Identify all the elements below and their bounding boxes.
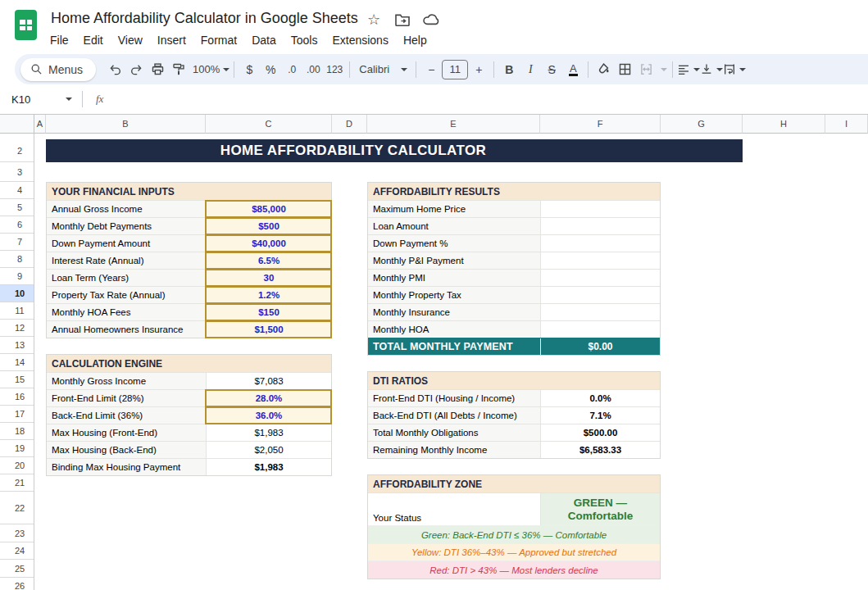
column-header-c[interactable]: C [206, 115, 332, 134]
result-value-cell[interactable] [540, 201, 660, 217]
result-label-cell[interactable]: Monthly HOA [368, 321, 540, 338]
input-value-cell[interactable]: 6.5% [206, 252, 331, 269]
input-value-cell[interactable]: 30 [206, 270, 331, 286]
input-label-cell[interactable]: Loan Term (Years) [47, 270, 206, 286]
cloud-status-icon[interactable] [423, 11, 439, 28]
merge-cells-icon[interactable] [635, 59, 657, 80]
dti-label-cell[interactable]: Total Monthly Obligations [368, 424, 540, 441]
input-label-cell[interactable]: Interest Rate (Annual) [47, 252, 206, 269]
more-formats-button[interactable]: 123 [324, 59, 345, 80]
sheets-logo-icon[interactable] [15, 10, 37, 40]
legend-yellow-cell[interactable]: Yellow: DTI 36%–43% — Approved but stret… [368, 543, 660, 560]
total-monthly-payment-value-cell[interactable]: $0.00 [540, 338, 660, 355]
results-header-cell[interactable]: AFFORDABILITY RESULTS [368, 183, 660, 200]
dti-header-cell[interactable]: DTI RATIOS [368, 372, 660, 389]
zone-header-cell[interactable]: AFFORDABILITY ZONE [368, 475, 660, 492]
input-value-cell[interactable]: $85,000 [206, 201, 331, 217]
calc-label-cell[interactable]: Max Housing (Back-End) [47, 442, 206, 458]
column-header-i[interactable]: I [825, 115, 868, 134]
column-header-d[interactable]: D [332, 115, 367, 134]
result-label-cell[interactable]: Maximum Home Price [368, 201, 540, 217]
result-label-cell[interactable]: Monthly PMI [368, 270, 540, 286]
print-icon[interactable] [147, 59, 168, 80]
input-value-cell[interactable]: $40,000 [206, 235, 331, 252]
menu-insert[interactable]: Insert [150, 34, 193, 47]
undo-icon[interactable] [104, 59, 125, 80]
input-value-cell[interactable]: $150 [206, 304, 331, 320]
formula-input[interactable] [103, 84, 868, 114]
menus-search-button[interactable]: Menus [20, 58, 96, 81]
result-value-cell[interactable] [540, 270, 660, 286]
calc-value-cell[interactable]: $2,050 [206, 442, 331, 458]
zoom-select[interactable]: 100% [193, 59, 229, 80]
dti-value-cell[interactable]: 7.1% [540, 407, 660, 424]
dti-value-cell[interactable]: 0.0% [540, 390, 660, 406]
bold-button[interactable]: B [498, 59, 520, 80]
input-label-cell[interactable]: Annual Gross Income [47, 201, 206, 217]
calc-label-cell[interactable]: Back-End Limit (36%) [47, 407, 206, 424]
menu-extensions[interactable]: Extensions [325, 34, 395, 47]
document-title[interactable]: Home Affordability Calculator in Google … [51, 10, 358, 27]
banner-cell[interactable]: HOME AFFORDABILITY CALCULATOR [46, 139, 743, 162]
vertical-align-icon[interactable] [700, 59, 723, 80]
dti-value-cell[interactable]: $500.00 [540, 424, 660, 441]
dti-value-cell[interactable]: $6,583.33 [540, 442, 660, 458]
calc-value-cell[interactable]: $1,983 [206, 424, 331, 441]
calc-label-cell[interactable]: Binding Max Housing Payment [47, 459, 206, 475]
calc-label-cell[interactable]: Front-End Limit (28%) [47, 390, 206, 406]
paint-format-icon[interactable] [168, 59, 189, 80]
result-value-cell[interactable] [540, 235, 660, 252]
status-value-cell[interactable]: GREEN — Comfortable [540, 493, 660, 525]
increase-decimal-button[interactable]: .00 [302, 59, 324, 80]
status-label-cell[interactable]: Your Status [368, 493, 540, 525]
text-color-button[interactable]: A [562, 59, 584, 80]
column-header-a[interactable]: A [34, 115, 46, 134]
result-value-cell[interactable] [540, 218, 660, 234]
input-value-cell[interactable]: 1.2% [206, 287, 331, 303]
calc-value-cell[interactable]: $7,083 [206, 373, 331, 389]
fill-color-icon[interactable] [593, 59, 614, 80]
input-label-cell[interactable]: Annual Homeowners Insurance [47, 321, 206, 338]
input-value-cell[interactable]: $1,500 [206, 321, 331, 338]
calc-value-cell[interactable]: $1,983 [206, 459, 331, 475]
menu-file[interactable]: File [43, 34, 76, 47]
calc-value-cell[interactable]: 28.0% [206, 390, 331, 406]
merge-options-button[interactable] [657, 59, 668, 80]
column-header-e[interactable]: E [367, 115, 540, 134]
menu-edit[interactable]: Edit [76, 34, 111, 47]
move-folder-icon[interactable] [394, 11, 411, 28]
text-wrap-icon[interactable] [723, 59, 746, 80]
font-size-input[interactable]: 11 [442, 60, 468, 79]
dti-label-cell[interactable]: Front-End DTI (Housing / Income) [368, 390, 540, 406]
menu-help[interactable]: Help [396, 34, 434, 47]
inputs-header-cell[interactable]: YOUR FINANCIAL INPUTS [47, 183, 331, 200]
result-label-cell[interactable]: Monthly P&I Payment [368, 252, 540, 269]
format-percent-button[interactable]: % [260, 59, 281, 80]
input-label-cell[interactable]: Down Payment Amount [47, 235, 206, 252]
borders-icon[interactable] [614, 59, 635, 80]
decrease-decimal-button[interactable]: .0 [281, 59, 302, 80]
result-value-cell[interactable] [540, 287, 660, 303]
decrease-font-size-button[interactable]: − [420, 59, 442, 80]
legend-green-cell[interactable]: Green: Back-End DTI ≤ 36% — Comfortable [368, 525, 660, 543]
calc-value-cell[interactable]: 36.0% [206, 407, 331, 424]
star-icon[interactable]: ☆ [366, 11, 382, 28]
menu-view[interactable]: View [111, 34, 150, 47]
result-label-cell[interactable]: Loan Amount [368, 218, 540, 234]
calc-label-cell[interactable]: Max Housing (Front-End) [47, 424, 206, 441]
total-monthly-payment-label-cell[interactable]: TOTAL MONTHLY PAYMENT [368, 338, 540, 355]
result-label-cell[interactable]: Monthly Insurance [368, 304, 540, 320]
input-label-cell[interactable]: Monthly HOA Fees [47, 304, 206, 320]
input-label-cell[interactable]: Property Tax Rate (Annual) [47, 287, 206, 303]
result-value-cell[interactable] [540, 321, 660, 338]
dti-label-cell[interactable]: Back-End DTI (All Debts / Income) [368, 407, 540, 424]
column-header-f[interactable]: F [540, 115, 661, 134]
menu-tools[interactable]: Tools [284, 34, 325, 47]
name-box-dropdown-icon[interactable] [66, 98, 72, 101]
redo-icon[interactable] [125, 59, 147, 80]
dti-label-cell[interactable]: Remaining Monthly Income [368, 442, 540, 458]
increase-font-size-button[interactable]: + [468, 59, 489, 80]
legend-red-cell[interactable]: Red: DTI > 43% — Most lenders decline [368, 560, 660, 579]
name-box[interactable]: K10 [0, 93, 62, 106]
calc-engine-header-cell[interactable]: CALCULATION ENGINE [47, 355, 331, 372]
